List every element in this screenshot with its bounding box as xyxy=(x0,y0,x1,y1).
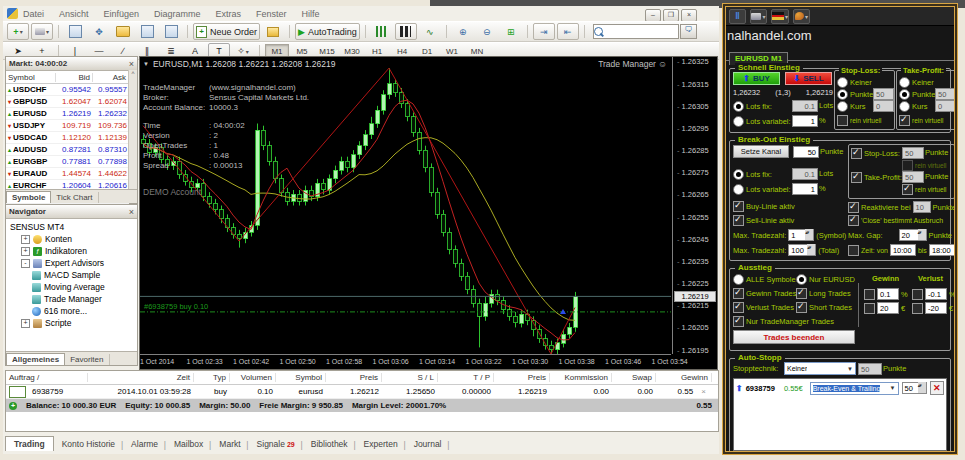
sell-button[interactable]: ⬇SELL xyxy=(785,72,832,85)
bottom-tab-konto-historie[interactable]: Konto Historie| xyxy=(54,437,123,451)
terminal-column-preis[interactable]: Preis xyxy=(326,373,382,382)
bottom-tab-experten[interactable]: Experten| xyxy=(356,437,406,451)
sl-kurs-input[interactable]: 0 xyxy=(873,100,894,112)
zoom-window-button[interactable] xyxy=(160,23,182,40)
max-tradezahl-symbol-stepper[interactable]: 1 xyxy=(788,229,814,241)
tree-expander-icon[interactable]: + xyxy=(21,247,30,256)
sl-punkte-input[interactable]: 50 xyxy=(873,88,894,100)
menu-item-datei[interactable]: Datei xyxy=(23,9,44,19)
tree-item-616-more-[interactable]: 616 more... xyxy=(8,305,137,317)
time-axis[interactable]: 1 Oct 20141 Oct 02:331 Oct 02:421 Oct 02… xyxy=(140,354,671,369)
print-button[interactable]: ▾ xyxy=(31,23,53,40)
trades-beenden-button[interactable]: Trades beenden xyxy=(733,330,855,344)
tree-item-indikatoren[interactable]: +fIndikatoren xyxy=(8,245,137,257)
menu-item-ansicht[interactable]: Ansicht xyxy=(59,9,89,19)
gewinn-trades-checkbox[interactable] xyxy=(733,288,744,299)
lots-fix-input[interactable]: 0.1 xyxy=(792,100,818,112)
terminal-column-kommission[interactable]: Kommission xyxy=(550,373,612,382)
long-trades-checkbox[interactable] xyxy=(796,288,807,299)
market-row-EURUSD[interactable]: ▴EURUSD1.262191.26232 xyxy=(6,108,129,120)
terminal-column-volumen[interactable]: Volumen xyxy=(230,373,276,382)
alle-symbole-radio[interactable] xyxy=(733,274,744,285)
tp-keiner-radio[interactable] xyxy=(899,77,910,88)
tile-windows-button[interactable]: ⊞ xyxy=(500,23,522,40)
new-chart-button[interactable]: +▾ xyxy=(7,23,29,40)
menu-item-hilfe[interactable]: Hilfe xyxy=(302,9,320,19)
chat-button[interactable]: 🗨 xyxy=(680,24,697,39)
bo-tp-virtuell-checkbox[interactable] xyxy=(902,184,913,195)
gewinn-pct-checkbox[interactable] xyxy=(864,289,875,300)
zeit-checkbox[interactable] xyxy=(848,245,859,256)
profiles-button[interactable] xyxy=(112,23,134,40)
sl-punkte-radio[interactable] xyxy=(837,89,848,100)
signals-button[interactable] xyxy=(262,23,284,40)
market-watch-tab-tick-chart[interactable]: Tick Chart xyxy=(51,192,98,203)
pin-button[interactable]: ‖ xyxy=(729,9,746,24)
bo-lots-fix-input[interactable]: 0.1 xyxy=(792,168,818,180)
short-trades-checkbox[interactable] xyxy=(796,302,807,313)
market-row-USDCAD[interactable]: ▾USDCAD1.121201.12139 xyxy=(6,132,129,144)
trade-points-stepper[interactable]: 50 xyxy=(902,382,927,394)
search-input[interactable] xyxy=(606,26,678,37)
column-header-ask[interactable]: Ask xyxy=(93,73,129,82)
setze-kanal-button[interactable]: Setze Kanal xyxy=(733,145,789,158)
terminal-column-swap[interactable]: Swap xyxy=(612,373,656,382)
market-row-AUDUSD[interactable]: ▴AUDUSD0.872810.87310 xyxy=(6,144,129,156)
buy-button[interactable]: ⬆BUY xyxy=(733,72,780,85)
market-row-USDCHF[interactable]: ▴USDCHF0.955420.95557 xyxy=(6,84,129,96)
zeit-von-input[interactable]: 10:00 xyxy=(890,244,916,256)
auto-stopp-trade-row[interactable]: ⬆ 6938759 0.55€ Break-Even & Trailing▼ 5… xyxy=(736,381,944,395)
terminal-column-auftrag[interactable]: Auftrag / xyxy=(6,373,88,382)
terminal-column-sl[interactable]: S / L xyxy=(382,373,438,382)
verlust-trades-checkbox[interactable] xyxy=(733,302,744,313)
bo-lots-fix-radio[interactable] xyxy=(733,169,744,180)
verlust-eur-input[interactable]: -20 xyxy=(925,302,947,314)
chart-expander-icon[interactable]: ▼ xyxy=(143,61,149,67)
tree-item-scripte[interactable]: +Scripte xyxy=(8,317,137,329)
bottom-tab-signale[interactable]: Signale29| xyxy=(249,437,303,451)
tree-item-konten[interactable]: +Konten xyxy=(8,233,137,245)
chart-plot[interactable]: ▼EURUSD,M1 1.26208 1.26221 1.26208 1.262… xyxy=(140,57,671,354)
close-bestimmt-checkbox[interactable] xyxy=(848,215,859,226)
navigator-close-icon[interactable]: × xyxy=(129,207,134,217)
verlust-pct-checkbox[interactable] xyxy=(912,289,923,300)
stopptechnik-select[interactable]: Keiner▼ xyxy=(784,362,856,375)
column-header-bid[interactable]: Bid xyxy=(56,73,93,82)
tp-kurs-input[interactable]: 0 xyxy=(935,100,955,112)
market-row-GBPUSD[interactable]: ▾GBPUSD1.620471.62074 xyxy=(6,96,129,108)
price-axis[interactable]: 1.263251.263151.263051.262951.262851.262… xyxy=(672,57,717,354)
chart-window-button[interactable] xyxy=(64,23,86,40)
column-header-symbol[interactable]: Symbol xyxy=(6,73,56,82)
lots-var-radio[interactable] xyxy=(733,116,744,127)
lots-fix-radio[interactable] xyxy=(733,101,744,112)
sl-keiner-radio[interactable] xyxy=(837,77,848,88)
bo-sl-virtuell-checkbox[interactable] xyxy=(902,160,913,171)
language-button[interactable]: ▾ xyxy=(771,9,789,24)
zeit-bis-input[interactable]: 18:00 xyxy=(929,244,955,256)
menu-item-extras[interactable]: Extras xyxy=(216,9,242,19)
sell-linie-checkbox[interactable] xyxy=(733,215,744,226)
sl-virtuell-checkbox[interactable] xyxy=(837,115,848,126)
bar-chart-button[interactable] xyxy=(371,23,393,40)
tree-item-moving-average[interactable]: Moving Average xyxy=(8,281,137,293)
tree-item-sensus-mt4[interactable]: SENSUS MT4 xyxy=(8,221,137,233)
tree-expander-icon[interactable]: - xyxy=(21,259,30,268)
terminal-column-symbol[interactable]: Symbol xyxy=(276,373,326,382)
print-settings-button[interactable]: ▾ xyxy=(750,9,767,24)
market-watch-scrollbar[interactable]: ˄ xyxy=(128,70,137,190)
reaktiviere-checkbox[interactable] xyxy=(848,202,859,213)
chart-shift-button[interactable]: ⇤ xyxy=(557,23,579,40)
bo-sl-input[interactable]: 50 xyxy=(902,147,924,159)
autoscroll-button[interactable]: ⇥ xyxy=(533,23,555,40)
sl-kurs-radio[interactable] xyxy=(837,101,848,112)
remove-trade-button[interactable]: ✕ xyxy=(930,381,944,395)
menu-item-einfügen[interactable]: Einfügen xyxy=(104,9,140,19)
bo-lots-var-input[interactable]: 1 xyxy=(792,183,818,195)
line-chart-button[interactable]: ∿ xyxy=(419,23,441,40)
lots-var-input[interactable]: 1 xyxy=(792,115,818,127)
gewinn-eur-input[interactable]: 20 xyxy=(877,302,899,314)
menu-item-fenster[interactable]: Fenster xyxy=(256,9,287,19)
bo-tp-input[interactable]: 50 xyxy=(902,171,924,183)
tp-virtuell-checkbox[interactable] xyxy=(899,115,910,126)
bo-tp-checkbox[interactable] xyxy=(851,172,862,183)
